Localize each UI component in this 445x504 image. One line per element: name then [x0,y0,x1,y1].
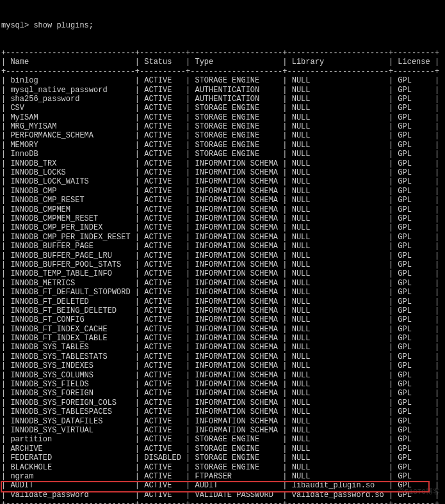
table-row: | INNODB_TEMP_TABLE_INFO | ACTIVE | INFO… [0,269,445,278]
table-row: | INNODB_SYS_COLUMNS | ACTIVE | INFORMAT… [0,371,445,380]
table-row: | INNODB_CMP_PER_INDEX | ACTIVE | INFORM… [0,223,445,232]
table-row: | FEDERATED | DISABLED | STORAGE ENGINE … [0,453,445,462]
table-row: | INNODB_BUFFER_POOL_STATS | ACTIVE | IN… [0,260,445,269]
table-row: | MEMORY | ACTIVE | STORAGE ENGINE | NUL… [0,141,445,150]
table-row: | INNODB_FT_DEFAULT_STOPWORD | ACTIVE | … [0,288,445,297]
table-row: | INNODB_SYS_FIELDS | ACTIVE | INFORMATI… [0,380,445,389]
table-row: | INNODB_CMP | ACTIVE | INFORMATION SCHE… [0,187,445,196]
table-row: | INNODB_FT_BEING_DELETED | ACTIVE | INF… [0,306,445,315]
mysql-prompt: mysql> show plugins; [0,21,445,30]
table-row: | INNODB_SYS_VIRTUAL | ACTIVE | INFORMAT… [0,426,445,435]
table-row: | INNODB_FT_DELETED | ACTIVE | INFORMATI… [0,297,445,306]
table-row: | INNODB_FT_CONFIG | ACTIVE | INFORMATIO… [0,315,445,324]
table-row: | mysql_native_password | ACTIVE | AUTHE… [0,86,445,95]
table-row: | sha256_password | ACTIVE | AUTHENTICAT… [0,95,445,104]
table-row: | ngram | ACTIVE | FTPARSER | NULL | GPL… [0,472,445,481]
table-row: | BLACKHOLE | ACTIVE | STORAGE ENGINE | … [0,463,445,472]
table-row: | MyISAM | ACTIVE | STORAGE ENGINE | NUL… [0,113,445,122]
table-border: +----------------------------+----------… [0,67,445,76]
table-row: | INNODB_CMPMEM | ACTIVE | INFORMATION S… [0,205,445,214]
table-row: | INNODB_SYS_DATAFILES | ACTIVE | INFORM… [0,417,445,426]
table-row: | INNODB_FT_INDEX_CACHE | ACTIVE | INFOR… [0,325,445,334]
table-row: | INNODB_LOCKS | ACTIVE | INFORMATION SC… [0,168,445,177]
table-header: | Name | Status | Type | Library | Licen… [0,58,445,67]
table-row: | INNODB_SYS_TABLESTATS | ACTIVE | INFOR… [0,352,445,361]
table-row: | INNODB_SYS_TABLESPACES | ACTIVE | INFO… [0,407,445,416]
table-row: | INNODB_CMP_RESET | ACTIVE | INFORMATIO… [0,196,445,205]
table-row: | INNODB_BUFFER_PAGE | ACTIVE | INFORMAT… [0,242,445,251]
table-row: | INNODB_SYS_FOREIGN | ACTIVE | INFORMAT… [0,389,445,398]
watermark: Ⓒ51CTO博客 [398,488,440,496]
table-row: | binlog | ACTIVE | STORAGE ENGINE | NUL… [0,76,445,85]
table-row-highlighted: | AUDIT | ACTIVE | AUDIT | libaudit_plug… [0,481,445,490]
terminal-output: mysql> show plugins; +------------------… [0,0,445,504]
table-row: | CSV | ACTIVE | STORAGE ENGINE | NULL |… [0,104,445,113]
table-row: | INNODB_SYS_FOREIGN_COLS | ACTIVE | INF… [0,398,445,407]
table-row: | INNODB_FT_INDEX_TABLE | ACTIVE | INFOR… [0,334,445,343]
table-row: | INNODB_LOCK_WAITS | ACTIVE | INFORMATI… [0,177,445,186]
table-border: +----------------------------+----------… [0,49,445,58]
table-row: | INNODB_SYS_TABLES | ACTIVE | INFORMATI… [0,343,445,352]
table-row: | INNODB_CMP_PER_INDEX_RESET | ACTIVE | … [0,233,445,242]
table-row: | InnoDB | ACTIVE | STORAGE ENGINE | NUL… [0,150,445,159]
table-row: | MRG_MYISAM | ACTIVE | STORAGE ENGINE |… [0,122,445,131]
table-border: +----------------------------+----------… [0,500,445,504]
table-row: | INNODB_METRICS | ACTIVE | INFORMATION … [0,279,445,288]
table-row: | PERFORMANCE_SCHEMA | ACTIVE | STORAGE … [0,131,445,140]
table-row: | INNODB_CMPMEM_RESET | ACTIVE | INFORMA… [0,214,445,223]
table-row: | INNODB_TRX | ACTIVE | INFORMATION SCHE… [0,159,445,168]
table-row: | INNODB_BUFFER_PAGE_LRU | ACTIVE | INFO… [0,251,445,260]
table-row: | ARCHIVE | ACTIVE | STORAGE ENGINE | NU… [0,445,445,453]
table-row: | validate_password | ACTIVE | VALIDATE … [0,491,445,500]
plugins-table: +----------------------------+----------… [0,49,445,504]
table-row: | INNODB_SYS_INDEXES | ACTIVE | INFORMAT… [0,361,445,370]
table-row: | partition | ACTIVE | STORAGE ENGINE | … [0,435,445,444]
